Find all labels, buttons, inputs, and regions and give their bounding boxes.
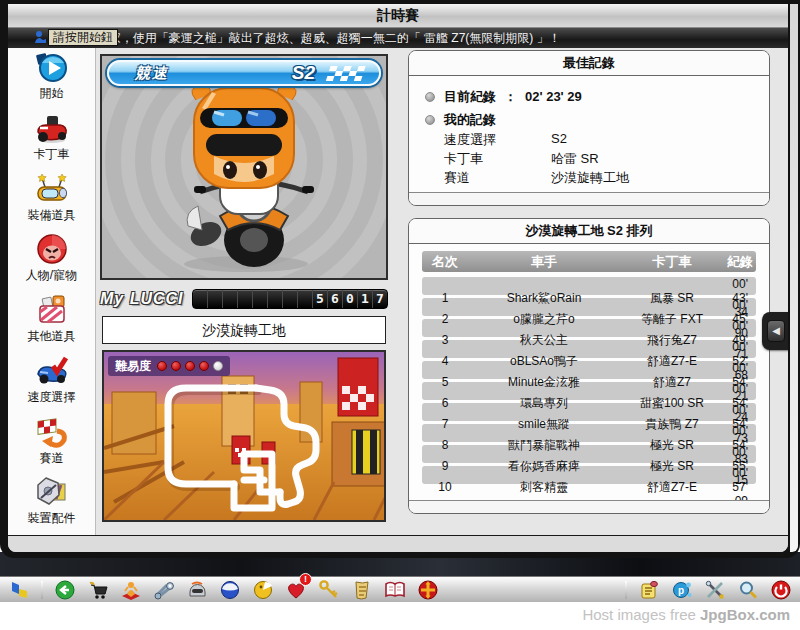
helmet-icon[interactable]: [186, 579, 208, 601]
scroll-icon[interactable]: [351, 579, 373, 601]
screen: 計時賽 王神 」 玩家，使用「豪運之槌」敲出了超炫、超威、超獨一無二的「 雷艦 …: [0, 0, 800, 630]
yellow-orb-icon[interactable]: [252, 579, 274, 601]
record-row: 卡丁車 哈雷 SR: [425, 150, 753, 169]
kart-icon: [34, 110, 70, 146]
sidebar-item-accessories[interactable]: 裝置配件: [8, 474, 95, 535]
track-flag-icon: [34, 414, 70, 450]
sidebar-menu: 開始 卡丁車 裝備道具 人物/寵物: [8, 48, 96, 535]
blue-orb-icon[interactable]: [219, 579, 241, 601]
key-icon[interactable]: [318, 579, 340, 601]
sidebar-item-label: 裝置配件: [28, 511, 76, 525]
watermark-brand: JpgBox.com: [700, 606, 790, 623]
my-record-label: 我的記錄: [444, 111, 496, 129]
speed-kart-icon: [34, 353, 70, 389]
window-content: 開始 卡丁車 裝備道具 人物/寵物: [8, 48, 788, 535]
difficulty-dot: [185, 361, 195, 371]
power-icon[interactable]: [770, 579, 792, 601]
lucci-digit: 1: [358, 290, 373, 308]
sidebar-item-other-items[interactable]: 其他道具: [8, 292, 95, 353]
current-record-line: 目前紀錄 ： 02' 23' 29: [425, 85, 753, 108]
best-record-header: 最佳記錄: [409, 51, 769, 76]
sidebar-item-label: 卡丁車: [34, 147, 70, 161]
sidebar-item-label: 賽道: [40, 451, 64, 465]
taskbar-separator: [41, 581, 43, 599]
lucci-digit: 7: [373, 290, 387, 308]
settings-tools-icon[interactable]: [704, 579, 726, 601]
sidebar-item-label: 裝備道具: [28, 208, 76, 222]
game-window: 計時賽 王神 」 玩家，使用「豪運之槌」敲出了超炫、超威、超獨一無二的「 雷艦 …: [0, 0, 800, 558]
parts-icon: [34, 474, 70, 510]
announcement-text: 王神 」 玩家，使用「豪運之槌」敲出了超炫、超威、超獨一無二的「 雷艦 Z7(無…: [54, 31, 561, 45]
svg-text:p: p: [678, 585, 684, 596]
sidebar-item-character[interactable]: 人物/寵物: [8, 231, 95, 292]
book-icon[interactable]: [384, 579, 406, 601]
difficulty-label: 難易度: [115, 358, 151, 375]
start-tooltip: 請按開始鈕: [48, 29, 118, 46]
character-face-icon: [34, 231, 70, 267]
track-map-panel: 難易度: [102, 350, 386, 522]
announcement-bar: 王神 」 玩家，使用「豪運之槌」敲出了超炫、超威、超獨一無二的「 雷艦 Z7(無…: [8, 28, 788, 48]
sidebar-item-track[interactable]: 賽道: [8, 414, 95, 475]
record-row: 賽道 沙漠旋轉工地: [425, 169, 753, 188]
person-icon: [34, 30, 48, 48]
giftbox-icon: [34, 292, 70, 328]
record-row: 速度選擇 S2: [425, 131, 753, 150]
sidebar-item-gear[interactable]: 裝備道具: [8, 171, 95, 232]
best-record-panel: 最佳記錄 目前紀錄 ： 02' 23' 29 我的記錄: [408, 50, 770, 206]
sidebar-item-start[interactable]: 開始: [8, 49, 95, 110]
difficulty-badge: 難易度: [108, 356, 230, 376]
lucci-counter: 5 6 0 1 7: [192, 289, 388, 309]
ranking-panel: 沙漠旋轉工地 S2 排列 名次 車手 卡丁車 紀錄 1Shark鯊oRain風暴…: [408, 218, 770, 514]
ranking-row[interactable]: 1Shark鯊oRain風暴 SR00' 43' 34: [422, 277, 756, 295]
checkered-flag-icon: [323, 65, 369, 82]
current-record-value: 02' 23' 29: [525, 89, 582, 104]
goggles-icon: [34, 171, 70, 207]
game-logo-icon[interactable]: [8, 579, 30, 601]
difficulty-dot: [199, 361, 209, 371]
window-title: 計時賽: [8, 4, 788, 28]
lucci-digit: 0: [343, 290, 358, 308]
avatar-icon[interactable]: [120, 579, 142, 601]
search-icon[interactable]: [737, 579, 759, 601]
track-map-image: [104, 352, 386, 520]
sidebar-item-label: 速度選擇: [28, 390, 76, 404]
track-name-box: 沙漠旋轉工地: [102, 316, 386, 344]
character-on-bike: [102, 56, 386, 278]
difficulty-dot: [213, 361, 223, 371]
panel-collapse-tab: ◀: [762, 312, 788, 350]
difficulty-dot: [157, 361, 167, 371]
shop-cart-icon[interactable]: [87, 579, 109, 601]
lucci-digit: 6: [328, 290, 343, 308]
memo-icon[interactable]: [638, 579, 660, 601]
play-icon: [34, 49, 70, 85]
sidebar-item-label: 人物/寵物: [26, 268, 77, 282]
bullet-icon: [425, 92, 435, 102]
sidebar-item-label: 開始: [40, 86, 64, 100]
sidebar-item-label: 其他道具: [28, 329, 76, 343]
mode-label: 競速: [135, 64, 169, 83]
my-record-line: 我的記錄: [425, 108, 753, 131]
lucci-digit: 5: [313, 290, 328, 308]
bullet-icon: [425, 115, 435, 125]
window-footer: [8, 535, 788, 552]
speed-class-label: S2: [292, 62, 315, 84]
watermark: Host images free JpgBox.com: [582, 606, 790, 623]
taskbar-separator: [625, 581, 627, 599]
heart-icon[interactable]: !: [285, 579, 307, 601]
garage-tools-icon[interactable]: [153, 579, 175, 601]
ranking-table-header: 名次 車手 卡丁車 紀錄: [422, 251, 756, 272]
sidebar-item-kart[interactable]: 卡丁車: [8, 110, 95, 171]
lucci-label: My LUCCI: [100, 290, 184, 308]
sidebar-item-speed-select[interactable]: 速度選擇: [8, 353, 95, 414]
lucci-bar: My LUCCI 5 6 0 1 7: [100, 288, 388, 310]
messenger-icon[interactable]: p: [671, 579, 693, 601]
community-icon[interactable]: [417, 579, 439, 601]
current-record-label: 目前紀錄: [444, 88, 496, 106]
ranking-header: 沙漠旋轉工地 S2 排列: [409, 219, 769, 244]
character-preview-panel: 競速 S2: [100, 54, 388, 280]
back-icon[interactable]: [54, 579, 76, 601]
window-right-frame: [790, 4, 798, 552]
collapse-arrow-button[interactable]: ◀: [767, 320, 785, 342]
speed-badge: 競速 S2: [107, 60, 381, 86]
difficulty-dot: [171, 361, 181, 371]
